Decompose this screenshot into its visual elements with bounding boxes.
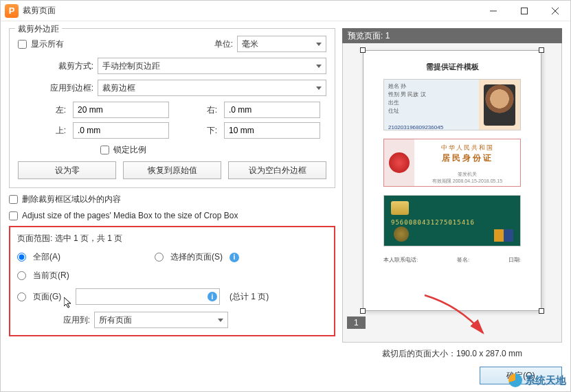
page-range-title: 页面范围: 选中 1 页，共 1 页: [17, 233, 327, 244]
id-card-back: 中华人民共和国 居民身份证 签发机关有效期限 2008.04.15-2018.0…: [383, 139, 521, 187]
left-input[interactable]: [73, 102, 169, 118]
window-title: 裁剪页面: [23, 5, 56, 16]
info-icon: i: [208, 292, 217, 301]
coin-icon: [394, 227, 409, 242]
svg-rect-1: [521, 8, 527, 14]
pages-radio[interactable]: [17, 292, 26, 301]
crop-handle[interactable]: [539, 47, 544, 53]
apply-to-select[interactable]: 所有页面: [94, 312, 228, 328]
selected-label: 选择的页面(S): [170, 251, 223, 263]
bottom-input[interactable]: [224, 122, 320, 139]
emblem-icon: [389, 152, 410, 173]
top-label: 上:: [32, 125, 66, 137]
adjust-media-checkbox[interactable]: [9, 211, 18, 220]
preview-header: 预览页面: 1: [342, 28, 562, 43]
unit-label: 单位:: [214, 38, 233, 50]
apply-border-label: 应用到边框:: [45, 82, 93, 94]
pages-input[interactable]: [76, 288, 220, 305]
lock-ratio-label: 锁定比例: [113, 144, 146, 156]
top-input[interactable]: [73, 122, 169, 139]
apply-to-label: 应用到:: [52, 314, 90, 326]
show-all-label: 显示所有: [31, 38, 64, 50]
chip-icon: [391, 201, 409, 215]
close-button[interactable]: [539, 1, 570, 21]
watermark-logo-icon: [508, 373, 522, 387]
watermark: 系统天地: [508, 373, 566, 387]
crop-size-label: 裁切后的页面大小：190.0 x 287.0 mm: [342, 348, 562, 360]
left-label: 左:: [32, 104, 66, 116]
unit-select[interactable]: 毫米: [237, 36, 326, 52]
doc-title: 需提供证件模板: [426, 62, 479, 72]
group-title: 裁剪外边距: [15, 23, 62, 35]
right-label: 右:: [176, 104, 217, 116]
crop-handle[interactable]: [539, 308, 544, 314]
crop-method-select[interactable]: 手动控制页边距: [98, 58, 326, 74]
page-tab[interactable]: 1: [347, 316, 366, 329]
all-label: 全部(A): [33, 251, 60, 263]
info-icon: i: [229, 253, 239, 262]
total-label: (总计 1 页): [229, 291, 269, 303]
crop-method-label: 裁剪方式:: [45, 60, 93, 72]
selected-radio[interactable]: [155, 253, 164, 262]
set-blank-button[interactable]: 设为空白外边框: [228, 161, 326, 179]
maximize-button[interactable]: [508, 1, 539, 21]
page-range-group: 页面范围: 选中 1 页，共 1 页 全部(A) 选择的页面(S) i 当前页(…: [9, 226, 335, 336]
apply-border-select[interactable]: 裁剪边框: [98, 80, 326, 96]
portrait-image: [484, 84, 515, 126]
pages-label: 页面(G): [33, 291, 71, 303]
bottom-label: 下:: [176, 125, 217, 137]
current-label: 当前页(R): [33, 270, 69, 281]
id-card-front: 姓名 孙性别 男 民族 汉出生住址210203196809236045: [383, 79, 521, 130]
remove-outside-label: 删除裁剪框区域以外的内容: [22, 194, 121, 205]
app-icon: P: [5, 4, 19, 18]
lock-ratio-checkbox[interactable]: [100, 146, 109, 154]
show-all-checkbox[interactable]: [18, 40, 27, 49]
minimize-button[interactable]: [478, 1, 508, 21]
unionpay-icon: [494, 229, 513, 242]
right-input[interactable]: [224, 102, 320, 118]
adjust-media-label: Adjust size of the pages' Media Box to t…: [22, 211, 238, 220]
crop-handle[interactable]: [360, 308, 366, 314]
preview-page[interactable]: 需提供证件模板 姓名 孙性别 男 民族 汉出生住址210203196809236…: [363, 50, 541, 311]
restore-button[interactable]: 恢复到原始值: [123, 161, 221, 179]
annotation-arrow: [418, 292, 500, 340]
titlebar: P 裁剪页面: [1, 1, 570, 21]
all-radio[interactable]: [17, 253, 26, 262]
crop-margins-group: 裁剪外边距 显示所有 单位: 毫米 裁剪方式: 手动控制页边距 应用到边框: 裁…: [9, 28, 335, 188]
current-radio[interactable]: [17, 271, 26, 280]
bank-card: 9560080431275015416: [383, 195, 521, 246]
crop-handle[interactable]: [360, 47, 366, 53]
remove-outside-checkbox[interactable]: [9, 195, 18, 204]
set-zero-button[interactable]: 设为零: [18, 161, 116, 179]
